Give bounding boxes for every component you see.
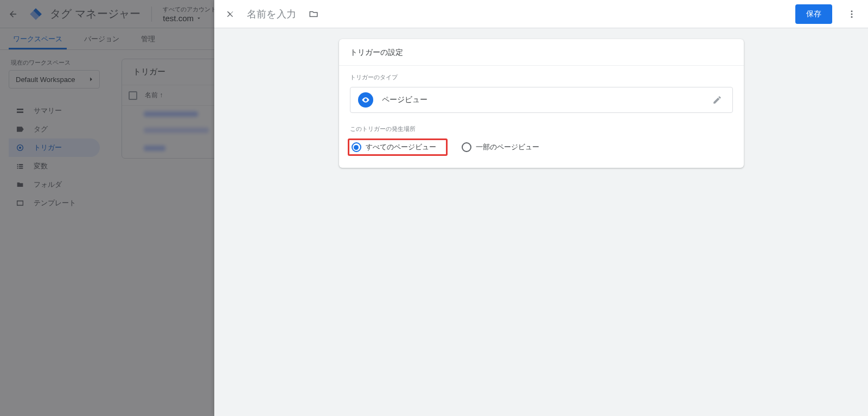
radio-all-pageviews[interactable]: すべてのページビュー: [348, 138, 448, 156]
radio-checked-icon: [352, 142, 361, 152]
radio-label: 一部のページビュー: [476, 142, 539, 152]
pencil-icon: [712, 95, 722, 105]
pageview-badge-icon: [358, 92, 373, 108]
radio-label: すべてのページビュー: [366, 142, 436, 152]
svg-point-4: [851, 16, 853, 17]
config-inner: トリガーのタイプ ページビュー このトリガーの発生場所 すべてのページビュー: [339, 66, 744, 168]
edit-type-button[interactable]: [710, 92, 725, 108]
trigger-type-selector[interactable]: ページビュー: [350, 87, 733, 113]
trigger-config-card: トリガーの設定 トリガーのタイプ ページビュー このトリガーの発生場所: [339, 39, 744, 168]
eye-icon: [361, 96, 370, 104]
fire-options: すべてのページビュー 一部のページビュー: [350, 138, 733, 156]
more-vert-icon: [847, 9, 857, 19]
section-title: トリガーの設定: [339, 39, 744, 66]
close-button[interactable]: [221, 4, 240, 24]
svg-point-3: [851, 13, 853, 15]
folder-button[interactable]: [306, 7, 321, 22]
panel-header: 名前を入力 保存: [214, 0, 868, 28]
svg-point-5: [365, 99, 366, 101]
panel-body: トリガーの設定 トリガーのタイプ ページビュー このトリガーの発生場所: [214, 28, 868, 416]
trigger-type-value: ページビュー: [382, 95, 701, 105]
close-icon: [226, 9, 235, 19]
trigger-editor-panel: 名前を入力 保存 トリガーの設定 トリガーのタイプ ページビュー: [214, 0, 868, 416]
radio-unchecked-icon: [462, 142, 471, 152]
svg-point-2: [851, 10, 853, 12]
fire-location-label: このトリガーの発生場所: [350, 125, 733, 133]
trigger-type-label: トリガーのタイプ: [350, 73, 733, 81]
panel-title-input[interactable]: 名前を入力: [247, 8, 296, 21]
folder-icon: [309, 9, 318, 19]
more-menu-button[interactable]: [842, 4, 861, 24]
save-button[interactable]: 保存: [795, 4, 832, 24]
radio-some-pageviews[interactable]: 一部のページビュー: [462, 142, 539, 152]
